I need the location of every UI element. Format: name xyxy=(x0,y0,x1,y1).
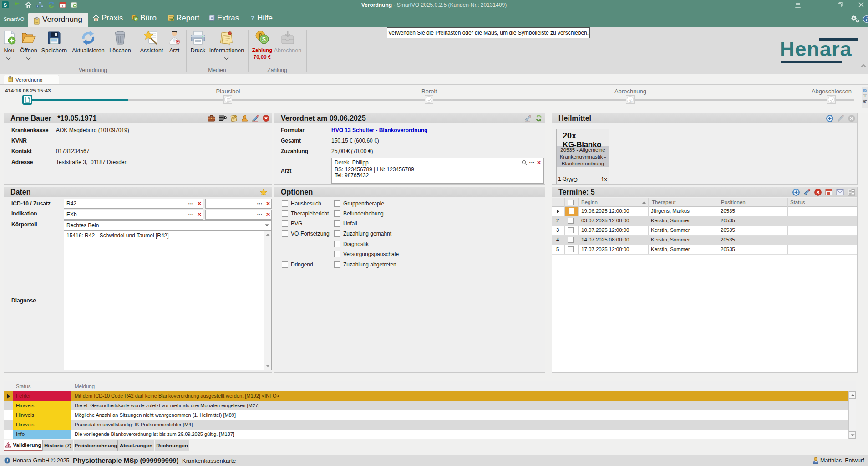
svg-text:?: ? xyxy=(251,15,254,21)
svg-text:$: $ xyxy=(262,36,266,43)
svg-text:i: i xyxy=(7,458,8,463)
svg-text:€: € xyxy=(135,17,137,21)
svg-text:?: ? xyxy=(864,89,866,92)
svg-text:€: € xyxy=(629,98,632,102)
